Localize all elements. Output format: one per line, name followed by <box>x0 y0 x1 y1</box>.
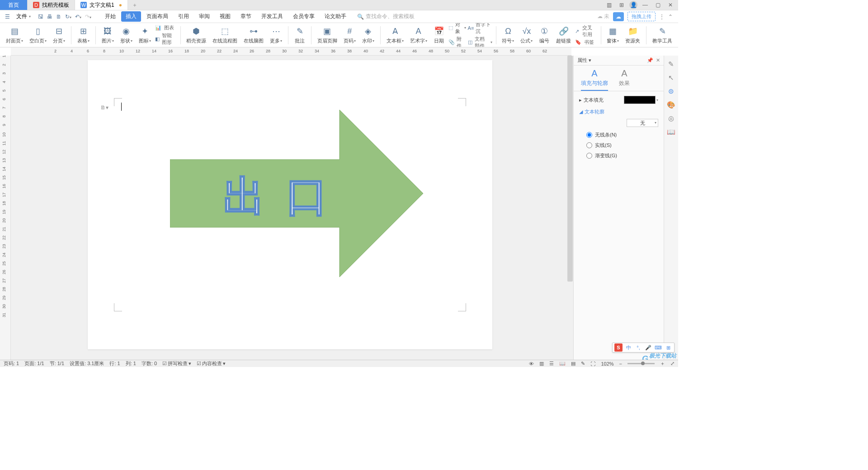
new-tab-button[interactable]: ＋ <box>128 0 142 10</box>
maximize-button[interactable]: ▢ <box>653 1 663 9</box>
app-menu-icon[interactable]: ☰ <box>3 12 12 21</box>
file-menu[interactable]: 文件 ▾ <box>14 13 33 20</box>
view-draft-icon[interactable]: ✎ <box>581 361 585 367</box>
zoom-slider[interactable] <box>627 363 655 364</box>
vertical-ruler[interactable]: 1234567891011121314151617181920212223242… <box>0 56 11 360</box>
docparts-button[interactable]: ◫文档部件▾ <box>468 36 492 48</box>
ime-punct-icon[interactable]: °, <box>634 343 642 352</box>
minimize-button[interactable]: — <box>640 1 650 9</box>
page[interactable]: 🗎▾ 出 口 <box>88 60 492 349</box>
ime-bar[interactable]: S 中 °, 🎤 ⌨ ⊞ <box>612 343 675 352</box>
comment-button[interactable]: ✎批注 <box>292 26 307 44</box>
tab-fill-outline[interactable]: A填充与轮廓 <box>581 68 608 91</box>
ime-more-icon[interactable]: ⊞ <box>664 343 672 352</box>
bookmark-button[interactable]: 🔖书签 <box>575 39 597 46</box>
docer-button[interactable]: ⬢稻壳资源 <box>184 26 208 44</box>
vertical-scrollbar[interactable] <box>567 56 573 360</box>
save-icon[interactable]: 🖫 <box>38 14 43 20</box>
form-button[interactable]: ▦窗体▾ <box>604 26 621 44</box>
ime-lang[interactable]: 中 <box>624 343 632 352</box>
settings-icon[interactable]: ⊜ <box>668 87 674 95</box>
paragraph-icon[interactable]: 🗎▾ <box>100 104 108 111</box>
header-footer-button[interactable]: ▣页眉页脚 <box>315 26 340 44</box>
tab-document[interactable]: W 文字文稿1 ● <box>75 0 128 10</box>
collapse-ribbon-icon[interactable]: ⌃ <box>668 14 673 20</box>
radio-solid-line[interactable]: 实线(S) <box>586 142 658 149</box>
dropcap-button[interactable]: A≡首字下沉 <box>468 23 492 35</box>
status-section[interactable]: 节: 1/1 <box>50 360 64 367</box>
zoom-level[interactable]: 102% <box>601 361 613 367</box>
fullscreen-icon[interactable]: ⤢ <box>670 361 675 367</box>
tab-thesis[interactable]: 论文助手 <box>320 11 351 22</box>
grid-icon[interactable]: ⊞ <box>617 1 627 9</box>
attachment-button[interactable]: 📎附件 <box>448 36 466 48</box>
formula-button[interactable]: √x公式▾ <box>518 26 535 44</box>
zoom-out-button[interactable]: − <box>619 361 622 367</box>
fit-width-icon[interactable]: ⛶ <box>590 361 595 367</box>
content-check-button[interactable]: ☑ 内容检查 ▾ <box>197 360 226 367</box>
icons-button[interactable]: ✦图标▾ <box>137 26 153 44</box>
tab-review[interactable]: 审阅 <box>194 11 214 22</box>
view-web-icon[interactable]: ▤ <box>571 361 576 367</box>
tab-start[interactable]: 开始 <box>100 11 120 22</box>
object-button[interactable]: ⬚对象▾ <box>448 23 466 35</box>
tab-section[interactable]: 章节 <box>236 11 256 22</box>
text-outline-section[interactable]: ◢ 文本轮廓 <box>579 108 658 115</box>
ime-keyboard-icon[interactable]: ⌨ <box>654 343 662 352</box>
date-button[interactable]: 📅日期 <box>431 26 447 44</box>
ime-mic-icon[interactable]: 🎤 <box>644 343 652 352</box>
command-search[interactable]: 🔍 查找命令、搜索模板 <box>357 13 415 20</box>
tab-reference[interactable]: 引用 <box>174 11 193 22</box>
status-position[interactable]: 设置值: 3.1厘米 <box>70 360 104 367</box>
document-canvas[interactable]: 🗎▾ 出 口 <box>11 56 573 360</box>
wordart-button[interactable]: A艺术字▾ <box>408 26 429 44</box>
chart-button[interactable]: 📊图表 <box>155 24 177 31</box>
flowchart-button[interactable]: ⬚在线流程图 <box>210 26 240 44</box>
view-read-icon[interactable]: 📖 <box>559 361 566 367</box>
view-eye-icon[interactable]: 👁 <box>529 361 534 367</box>
tab-view[interactable]: 视图 <box>215 11 235 22</box>
ime-logo-icon[interactable]: S <box>614 343 623 352</box>
symbol-button[interactable]: Ω符号▾ <box>500 26 516 44</box>
pin-icon[interactable]: 📌 <box>647 57 653 63</box>
shapes-button[interactable]: ◉形状▾ <box>118 26 135 44</box>
tab-template[interactable]: D 找稻壳模板 <box>28 0 75 10</box>
redo-icon[interactable]: ↷▾ <box>85 14 91 20</box>
hyperlink-button[interactable]: 🔗超链接 <box>554 26 573 44</box>
refresh-icon[interactable]: ↻▾ <box>65 14 71 20</box>
close-panel-icon[interactable]: ✕ <box>656 57 660 63</box>
tab-insert[interactable]: 插入 <box>121 11 141 22</box>
teaching-button[interactable]: ✎教学工具 <box>650 26 675 44</box>
more-button[interactable]: ⋯更多▾ <box>268 26 284 44</box>
tab-effects[interactable]: A效果 <box>619 68 630 91</box>
tab-devtools[interactable]: 开发工具 <box>257 11 288 22</box>
blank-page-button[interactable]: ▯空白页▾ <box>27 26 49 44</box>
palette-icon[interactable]: 🎨 <box>667 101 675 109</box>
status-page-of[interactable]: 页面: 1/1 <box>24 360 44 367</box>
undo-icon[interactable]: ↶▾ <box>75 14 81 20</box>
watermark-button[interactable]: ◈水印▾ <box>360 26 377 44</box>
radio-no-line[interactable]: 无线条(N) <box>586 132 658 138</box>
status-words[interactable]: 字数: 0 <box>142 360 157 367</box>
page-break-button[interactable]: ⊟分页▾ <box>51 26 67 44</box>
tab-pagelayout[interactable]: 页面布局 <box>142 11 173 22</box>
arrow-text[interactable]: 出 口 <box>223 169 333 225</box>
preview-icon[interactable]: 🗎 <box>56 14 61 20</box>
numbering-button[interactable]: ①编号 <box>537 26 552 44</box>
drag-upload-button[interactable]: 拖拽上传 <box>627 12 656 21</box>
view-outline-icon[interactable]: ☰ <box>549 361 554 367</box>
layout-icon[interactable]: ▥ <box>604 1 614 9</box>
outline-style-select[interactable]: 无 <box>627 119 658 127</box>
tab-home[interactable]: 首页 <box>0 0 28 10</box>
smartart-button[interactable]: ◧智能图形 <box>155 32 177 46</box>
radio-gradient-line[interactable]: 渐变线(G) <box>586 152 658 159</box>
fill-color-swatch[interactable] <box>624 96 656 104</box>
cloud-status-icon[interactable]: ☁ 未 <box>597 13 609 20</box>
crossref-button[interactable]: ↗交叉引用 <box>575 24 597 38</box>
tab-member[interactable]: 会员专享 <box>288 11 319 22</box>
view-page-icon[interactable]: ▥ <box>539 361 544 367</box>
print-icon[interactable]: 🖶 <box>47 14 52 20</box>
text-fill-label[interactable]: ▸ 文本填充 <box>579 97 604 103</box>
status-page-num[interactable]: 页码: 1 <box>4 360 19 367</box>
cloud-sync-button[interactable]: ☁ <box>613 12 624 21</box>
